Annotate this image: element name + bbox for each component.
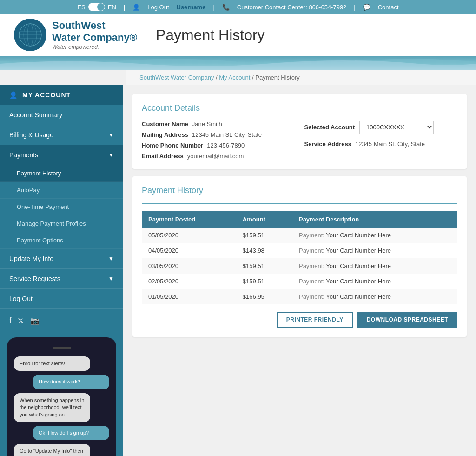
email-value: youremail@mail.com <box>187 153 244 160</box>
user-icon-sidebar: 👤 <box>9 91 18 99</box>
chat-bubble-4: Ok! How do I sign up? <box>33 426 109 440</box>
chat-bubble-3: When something happens in the neighborho… <box>14 393 90 422</box>
phone-value: 123-456-7890 <box>207 142 245 149</box>
toggle-switch[interactable] <box>88 3 105 11</box>
col-payment-posted: Payment Posted <box>142 211 236 228</box>
sidebar-item-logout[interactable]: Log Out <box>0 289 123 309</box>
payment-desc-label: Payment: <box>299 247 324 254</box>
sidebar-account-header: 👤 MY ACCOUNT <box>0 85 123 105</box>
chat-bubble-2: How does it work? <box>33 375 109 389</box>
sidebar-item-billing[interactable]: Billing & Usage ▼ <box>0 125 123 145</box>
divider3: | <box>354 4 355 11</box>
sidebar-sub-item-autopay[interactable]: AutoPay <box>0 182 123 199</box>
download-spreadsheet-button[interactable]: DOWNLOAD SPREADSHEET <box>357 312 457 328</box>
payment-description: Payment: Your Card Number Here <box>292 228 457 243</box>
payment-desc-label: Payment: <box>299 232 324 239</box>
user-icon: 👤 <box>132 4 140 11</box>
sidebar-item-account-summary[interactable]: Account Summary <box>0 105 123 125</box>
breadcrumb-company[interactable]: SouthWest Water Company <box>139 74 214 81</box>
payment-desc-label: Payment: <box>299 293 324 300</box>
facebook-icon[interactable]: f <box>9 316 11 325</box>
card-divider <box>142 203 457 204</box>
tagline: Water empowered. <box>52 44 137 50</box>
table-row: 05/05/2020 $159.51 Payment: Your Card Nu… <box>142 228 457 243</box>
payment-history-card: Payment History Payment Posted Amount Pa… <box>132 176 467 337</box>
payment-date: 04/05/2020 <box>142 243 236 258</box>
service-address-value: 12345 Main St. City, State <box>355 141 425 148</box>
breadcrumb: SouthWest Water Company / My Account / P… <box>126 70 476 85</box>
sidebar-item-update-my-info[interactable]: Update My Info ▼ <box>0 249 123 269</box>
chat-icon: 💬 <box>363 4 370 11</box>
chat-bubble-1: Enroll for text alerts! <box>14 356 90 371</box>
printer-friendly-button[interactable]: PRINTER FRIENDLY <box>277 312 353 328</box>
account-details-title: Account Details <box>142 103 457 113</box>
lang-en[interactable]: EN <box>108 4 116 11</box>
payment-desc-value: Your Card Number Here <box>326 247 391 254</box>
phone-row: Home Phone Number 123-456-7890 <box>142 142 295 149</box>
language-toggle[interactable]: ES EN <box>77 3 116 11</box>
logo-circle <box>14 19 46 51</box>
wave-bar <box>0 56 476 70</box>
header: SouthWest Water Company® Water empowered… <box>0 14 476 56</box>
payment-date: 03/05/2020 <box>142 258 236 274</box>
account-details-grid: Customer Name Jane Smith Mailing Address… <box>142 121 457 160</box>
payment-desc-value: Your Card Number Here <box>326 293 391 300</box>
payment-desc-label: Payment: <box>299 262 324 269</box>
sidebar-my-account-label: MY ACCOUNT <box>22 91 71 99</box>
payment-description: Payment: Your Card Number Here <box>292 258 457 274</box>
sidebar-social: f 𝕏 📷 <box>0 309 123 333</box>
contact-link[interactable]: Contact <box>378 4 399 11</box>
payment-history-title: Payment History <box>142 186 457 195</box>
payment-desc-value: Your Card Number Here <box>326 232 391 239</box>
lang-es[interactable]: ES <box>77 4 85 11</box>
phone-notch <box>53 347 71 349</box>
chevron-update: ▼ <box>108 255 114 262</box>
divider: | <box>124 4 125 11</box>
mailing-address-value: 12345 Main St. City, State <box>192 131 262 138</box>
table-row: 04/05/2020 $143.98 Payment: Your Card Nu… <box>142 243 457 258</box>
payment-amount: $166.95 <box>236 289 292 304</box>
chevron-payments: ▼ <box>108 152 114 158</box>
instagram-icon[interactable]: 📷 <box>30 316 40 325</box>
sidebar-sub-item-manage-payment-profiles[interactable]: Manage Payment Profiles <box>0 215 123 232</box>
mailing-address-label: Mailing Address <box>142 131 188 138</box>
logout-label[interactable]: Log Out <box>147 4 169 11</box>
page-title: Payment History <box>156 27 265 44</box>
payment-desc-value: Your Card Number Here <box>326 262 391 269</box>
phone-icon: 📞 <box>222 4 230 11</box>
divider2: | <box>213 4 214 11</box>
content-area: Account Details Customer Name Jane Smith… <box>123 85 476 456</box>
payment-amount: $159.51 <box>236 274 292 289</box>
sidebar-item-payments[interactable]: Payments ▼ <box>0 145 123 165</box>
chevron-service: ▼ <box>108 275 114 282</box>
service-address-label: Service Address <box>304 141 351 148</box>
phone-widget: Enroll for text alerts! How does it work… <box>7 337 116 456</box>
table-row: 02/05/2020 $159.51 Payment: Your Card Nu… <box>142 274 457 289</box>
payment-date: 02/05/2020 <box>142 274 236 289</box>
payment-amount: $143.98 <box>236 243 292 258</box>
payment-desc-label: Payment: <box>299 278 324 285</box>
sidebar-sub-item-payment-history[interactable]: Payment History <box>0 165 123 182</box>
col-payment-description: Payment Description <box>292 211 457 228</box>
chat-bubble-5: Go to "Update My Info" then click "Manag… <box>14 444 90 456</box>
payment-description: Payment: Your Card Number Here <box>292 243 457 258</box>
payment-table-body: 05/05/2020 $159.51 Payment: Your Card Nu… <box>142 228 457 304</box>
breadcrumb-account[interactable]: My Account <box>219 74 250 81</box>
breadcrumb-current: Payment History <box>255 74 299 81</box>
sidebar-sub-item-payment-options[interactable]: Payment Options <box>0 232 123 249</box>
top-bar: ES EN | 👤 Log Out Username | 📞 Customer … <box>0 0 476 14</box>
mailing-address-row: Mailing Address 12345 Main St. City, Sta… <box>142 131 295 138</box>
button-row: PRINTER FRIENDLY DOWNLOAD SPREADSHEET <box>142 312 457 328</box>
chevron-billing: ▼ <box>108 132 114 138</box>
sidebar-sub-item-one-time-payment[interactable]: One-Time Payment <box>0 199 123 215</box>
payment-description: Payment: Your Card Number Here <box>292 274 457 289</box>
table-row: 01/05/2020 $166.95 Payment: Your Card Nu… <box>142 289 457 304</box>
twitter-icon[interactable]: 𝕏 <box>18 316 24 325</box>
username-link[interactable]: Username <box>177 4 206 11</box>
sidebar-item-service-requests[interactable]: Service Requests ▼ <box>0 269 123 289</box>
selected-account-dropdown[interactable]: 1000CXXXXX <box>359 121 434 134</box>
service-address-row: Service Address 12345 Main St. City, Sta… <box>304 141 458 148</box>
table-row: 03/05/2020 $159.51 Payment: Your Card Nu… <box>142 258 457 274</box>
phone-label: Customer Contact Center: 866-654-7992 <box>237 4 347 11</box>
selected-account-label: Selected Account <box>304 124 355 131</box>
